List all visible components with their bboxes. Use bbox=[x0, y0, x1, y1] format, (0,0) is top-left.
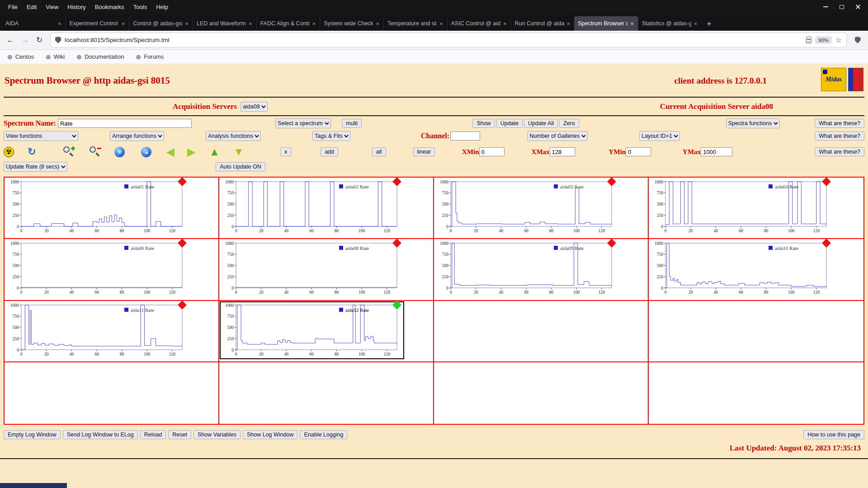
forward-button[interactable]: → bbox=[18, 33, 32, 47]
tab-close-icon[interactable]: × bbox=[57, 20, 62, 27]
maximize-button[interactable] bbox=[835, 1, 849, 13]
zoom-in-icon[interactable] bbox=[63, 146, 75, 158]
expand-icon[interactable]: ▲ bbox=[141, 147, 151, 157]
zero-button[interactable]: Zero bbox=[559, 119, 579, 128]
tab-run-control-aidas[interactable]: Run Control @ aidas× bbox=[510, 16, 574, 31]
what-are-these-button-3[interactable]: What are these? bbox=[815, 147, 864, 156]
bookmark-documentation[interactable]: ⊕Documentation bbox=[76, 53, 124, 61]
back-button[interactable]: ← bbox=[4, 33, 17, 47]
tab-close-icon[interactable]: × bbox=[630, 20, 634, 27]
tab-close-icon[interactable]: × bbox=[184, 20, 189, 27]
how-to-use-button[interactable]: How to use this page bbox=[803, 430, 864, 439]
refresh-icon[interactable]: ↻ bbox=[28, 146, 36, 158]
arrow-left-icon[interactable]: ◀ bbox=[166, 146, 174, 157]
gallery-cell[interactable]: 02505007501000020406080100120aida08 Rate bbox=[219, 239, 434, 301]
menu-history[interactable]: History bbox=[63, 2, 90, 12]
url-bar[interactable]: localhost:8015/Spectrum/Spectrum.tml 90%… bbox=[51, 33, 846, 47]
zoom-level-badge[interactable]: 90% bbox=[815, 36, 832, 44]
arrow-up-icon[interactable]: ▲ bbox=[209, 146, 220, 157]
view-functions-select[interactable]: View functions bbox=[4, 131, 78, 141]
tab-control-aidas-gsi[interactable]: Control @ aidas-gsi× bbox=[129, 16, 193, 31]
bookmark-star-icon[interactable]: ☆ bbox=[835, 36, 842, 44]
protections-icon[interactable] bbox=[851, 33, 864, 47]
tab-statistics-aidas-gsi[interactable]: Statistics @ aidas-gsi× bbox=[638, 16, 702, 31]
spectrum-chart-aida04[interactable]: 02505007501000020406080100120aida04 Rate bbox=[650, 179, 833, 235]
gallery-cell[interactable]: 02505007501000020406080100120aida03 Rate bbox=[434, 178, 649, 239]
reader-mode-icon[interactable] bbox=[806, 37, 811, 43]
send-log-window-to-elog-button[interactable]: Send Log Window to ELog bbox=[63, 430, 138, 439]
reload-button[interactable]: ↻ bbox=[33, 33, 46, 47]
x-button[interactable]: x bbox=[280, 147, 291, 156]
gallery-cell[interactable]: 02505007501000020406080100120aida12 Rate bbox=[219, 301, 434, 362]
radiation-icon[interactable]: ☢ bbox=[4, 147, 14, 157]
update-all-button[interactable]: Update All bbox=[524, 119, 558, 128]
menu-tools[interactable]: Tools bbox=[129, 2, 151, 12]
bookmark-forums[interactable]: ⊕Forums bbox=[136, 53, 164, 61]
auto-update-button[interactable]: Auto Update ON bbox=[216, 162, 265, 171]
gallery-cell[interactable]: 02505007501000020406080100120aida01 Rate bbox=[5, 178, 219, 239]
linear-button[interactable]: linear bbox=[413, 147, 435, 156]
update-button[interactable]: Update bbox=[496, 119, 523, 128]
ymax-input[interactable] bbox=[701, 147, 732, 156]
add-button[interactable]: add bbox=[321, 147, 338, 156]
menu-edit[interactable]: Edit bbox=[22, 2, 41, 12]
multi-button[interactable]: multi bbox=[342, 119, 362, 128]
tab-experiment-control[interactable]: Experiment Control @× bbox=[66, 16, 129, 31]
show-button[interactable]: Show bbox=[472, 119, 495, 128]
minimize-button[interactable] bbox=[818, 1, 833, 13]
zoom-out-icon[interactable] bbox=[89, 146, 101, 158]
spectrum-chart-aida01[interactable]: 02505007501000020406080100120aida01 Rate bbox=[6, 179, 189, 235]
layout-id-select[interactable]: Layout ID=1 bbox=[639, 131, 680, 141]
spectrum-chart-aida02[interactable]: 02505007501000020406080100120aida02 Rate bbox=[221, 179, 403, 235]
channel-input[interactable] bbox=[450, 131, 480, 141]
spectrum-chart-aida11[interactable]: 02505007501000020406080100120aida11 Rate bbox=[6, 302, 189, 358]
gallery-cell[interactable]: 02505007501000020406080100120aida09 Rate bbox=[434, 239, 649, 301]
tab-fadc-align-contro[interactable]: FADC Align & Contro× bbox=[256, 16, 320, 31]
spectra-functions-select[interactable]: Spectra functions bbox=[726, 118, 780, 128]
arrow-down-icon[interactable]: ▼ bbox=[233, 146, 244, 157]
gallery-cell[interactable]: 02505007501000020406080100120aida06 Rate bbox=[5, 239, 219, 301]
gallery-cell[interactable]: 02505007501000020406080100120aida10 Rate bbox=[649, 239, 863, 301]
show-variables-button[interactable]: Show Variables bbox=[193, 430, 241, 439]
tab-close-icon[interactable]: × bbox=[312, 20, 316, 27]
arrange-functions-select[interactable]: Arrange functions bbox=[110, 131, 164, 141]
tab-close-icon[interactable]: × bbox=[121, 20, 126, 27]
select-spectrum-select[interactable]: Select a spectrum bbox=[275, 118, 331, 128]
spectrum-name-input[interactable] bbox=[58, 119, 192, 128]
tracking-protection-shield-icon[interactable] bbox=[55, 37, 61, 43]
bookmark-wiki[interactable]: ⊕Wiki bbox=[46, 53, 65, 61]
ymin-input[interactable] bbox=[626, 147, 651, 156]
spectrum-chart-aida10[interactable]: 02505007501000020406080100120aida10 Rate bbox=[650, 240, 833, 296]
all-button[interactable]: all bbox=[372, 147, 386, 156]
spectrum-chart-aida08[interactable]: 02505007501000020406080100120aida08 Rate bbox=[221, 240, 403, 296]
what-are-these-button-2[interactable]: What are these? bbox=[815, 131, 864, 141]
tab-close-icon[interactable]: × bbox=[375, 20, 380, 27]
menu-help[interactable]: Help bbox=[151, 2, 173, 12]
tab-spectrum-browser[interactable]: Spectrum Browser @× bbox=[574, 16, 638, 31]
acquisition-server-select[interactable]: aida08 bbox=[241, 102, 268, 112]
gallery-cell[interactable]: 02505007501000020406080100120aida11 Rate bbox=[5, 301, 219, 362]
tab-close-icon[interactable]: × bbox=[693, 20, 698, 27]
collapse-icon[interactable]: ▼ bbox=[114, 147, 125, 157]
spectrum-chart-aida09[interactable]: 02505007501000020406080100120aida09 Rate bbox=[435, 240, 618, 296]
tab-close-icon[interactable]: × bbox=[439, 20, 443, 27]
menu-view[interactable]: View bbox=[41, 2, 63, 12]
tab-close-icon[interactable]: × bbox=[503, 20, 507, 27]
tab-close-icon[interactable]: × bbox=[566, 20, 571, 27]
tab-close-icon[interactable]: × bbox=[248, 20, 253, 27]
reload-button[interactable]: Reload bbox=[140, 430, 166, 439]
tab-system-wide-checks[interactable]: System wide Checks× bbox=[320, 16, 383, 31]
gallery-cell[interactable]: 02505007501000020406080100120aida02 Rate bbox=[219, 178, 434, 239]
spectrum-chart-aida06[interactable]: 02505007501000020406080100120aida06 Rate bbox=[6, 240, 189, 296]
tab-led-and-waveform-c[interactable]: LED and Waveform C× bbox=[193, 16, 256, 31]
arrow-right-icon[interactable]: ▶ bbox=[187, 146, 195, 157]
spectrum-chart-aida03[interactable]: 02505007501000020406080100120aida03 Rate bbox=[435, 179, 618, 235]
new-tab-button[interactable]: + bbox=[702, 17, 716, 31]
tab-asic-control-aida[interactable]: ASIC Control @ aida× bbox=[447, 16, 511, 31]
show-log-window-button[interactable]: Show Log Window bbox=[243, 430, 298, 439]
enable-logging-button[interactable]: Enable Logging bbox=[300, 430, 347, 439]
bookmark-centos[interactable]: ⊕Centos bbox=[7, 53, 34, 61]
tab-aida[interactable]: AIDA× bbox=[2, 16, 66, 31]
menu-bookmarks[interactable]: Bookmarks bbox=[90, 2, 129, 12]
analysis-functions-select[interactable]: Analysis functions bbox=[206, 131, 261, 141]
